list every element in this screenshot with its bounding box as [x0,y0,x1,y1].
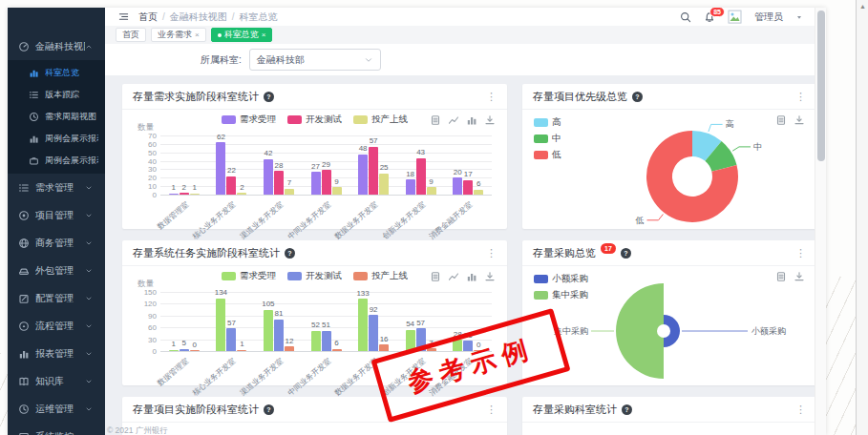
bar-投产上线-核心业务开发室 [237,350,246,351]
avatar[interactable] [728,10,742,24]
sidebar-item-需求周期视图[interactable]: 需求周期视图 [8,106,105,128]
more-menu-icon[interactable]: ⋮ [486,404,497,416]
legend-swatch [287,115,302,124]
bar-value-label: 28 [454,330,462,339]
bar-value-label: 16 [380,335,389,343]
app-scrollbar-thumb[interactable] [817,10,825,161]
bar-value-label: 1 [172,183,176,192]
legend-item-投产上线[interactable]: 投产上线 [353,270,408,282]
sidebar-item-流程管理[interactable]: 流程管理 [8,312,105,340]
tab-业务需求[interactable]: 业务需求× [151,28,206,42]
gridline [160,316,492,317]
sidebar-item-金融科技视图[interactable]: 金融科技视图 [8,32,105,60]
target-icon [18,210,30,221]
chevron-down-icon [85,350,93,358]
tab-科室总览[interactable]: 科室总览× [211,28,273,42]
department-select[interactable]: 金融科技部 [249,49,381,71]
breadcrumb: 首页/金融科技视图/科室总览 [138,10,278,24]
sidebar-item-系统监控[interactable]: 系统监控 [8,423,105,435]
sidebar-fold-icon[interactable] [118,11,129,22]
card-title: 存量采购科室统计 [533,403,617,417]
bar-开发测试-中间业务开发室 [322,331,331,351]
sidebar-item-版本跟踪[interactable]: 版本跟踪 [8,84,105,106]
card-存量需求实施阶段科室统计: 存量需求实施阶段科室统计?⋮需求受理开发测试投产上线数量010203040506… [122,84,507,229]
sidebar-item-运维管理[interactable]: 运维管理 [8,395,105,423]
breadcrumb-item[interactable]: 金融科技视图 [170,10,227,24]
background-pattern [823,277,856,435]
notification-bell[interactable]: 85 [704,11,715,23]
legend-item-开发测试[interactable]: 开发测试 [287,114,342,126]
search-icon[interactable] [680,11,691,23]
slice-label-line [732,147,751,151]
bar-投产上线-消费金融开发室 [474,190,483,195]
tab-close-icon[interactable]: × [262,31,266,39]
bar-开发测试-数据管理室 [180,349,189,351]
chevron-down-icon[interactable] [795,13,803,21]
bar-开发测试-渠道业务开发室 [274,171,284,195]
legend-item-投产上线[interactable]: 投产上线 [353,114,408,126]
bar-投产上线-数据管理室 [190,194,200,195]
bar-value-label: 25 [380,163,389,172]
sidebar-item-label: 外包管理 [35,264,85,278]
sidebar-item-需求管理[interactable]: 需求管理 [8,174,105,201]
bar-开发测试-渠道业务开发室 [274,320,284,352]
legend-label: 投产上线 [371,114,408,126]
legend-swatch [353,272,368,280]
sidebar-item-商务管理[interactable]: 商务管理 [8,229,105,257]
tab-首页[interactable]: 首页 [116,28,146,42]
tab-close-icon[interactable]: × [195,31,200,39]
bar-value-label: 1 [240,340,243,348]
bar-value-label: 7 [429,339,433,347]
legend-label: 需求受理 [240,114,276,126]
slice-label-高: 高 [726,119,734,129]
book-icon [18,376,30,387]
help-icon[interactable]: ? [264,404,274,415]
breadcrumb-item[interactable]: 首页 [138,10,158,24]
bar-chart-icon [29,68,39,78]
legend-item-开发测试[interactable]: 开发测试 [287,270,342,282]
breadcrumb-separator: / [232,11,235,22]
breadcrumb-item[interactable]: 科室总览 [240,10,278,24]
sidebar-item-科室总览[interactable]: 科室总览 [8,62,105,84]
help-icon[interactable]: ? [285,248,295,259]
filter-label: 所属科室: [201,53,242,67]
y-axis-tick: 70 [132,132,157,140]
bar-value-label: 42 [264,149,272,157]
card-header: 存量项目实施阶段科室统计?⋮ [122,397,507,423]
sidebar-item-外包管理[interactable]: 外包管理 [8,257,105,284]
sidebar-item-周例会展示报表-采购[interactable]: 周例会展示报表-采购 [8,150,105,172]
legend-item-需求受理[interactable]: 需求受理 [222,270,276,282]
username[interactable]: 管理员 [754,10,783,24]
bar-value-label: 52 [311,321,320,329]
chevron-up-icon [85,43,98,51]
chevron-down-icon [85,267,98,275]
sidebar-item-知识库[interactable]: 知识库 [8,367,105,395]
sidebar-item-label: 运维管理 [35,403,85,416]
list-icon [29,90,39,100]
bar-value-label: 1 [193,183,197,192]
bar-value-label: 28 [274,161,283,170]
help-icon[interactable]: ? [622,404,632,415]
bar-投产上线-创新业务开发室 [427,187,436,195]
bar-value-label: 7 [287,178,291,187]
help-icon[interactable]: ? [264,92,274,102]
rose-slice-集中采购[interactable] [616,283,664,379]
bar-value-label: 22 [227,166,236,175]
more-menu-icon[interactable]: ⋮ [486,91,497,103]
sidebar-item-项目管理[interactable]: 项目管理 [8,201,105,229]
browser-scrollbar[interactable]: ▲ [856,0,868,435]
sidebar-item-配置管理[interactable]: 配置管理 [8,284,105,312]
bar-value-label: 57 [227,319,236,327]
bar-投产上线-渠道业务开发室 [285,189,294,195]
legend-item-需求受理[interactable]: 需求受理 [222,114,276,126]
more-menu-icon[interactable]: ⋮ [795,404,806,416]
bar-value-label: 81 [274,309,283,318]
bar-需求受理-核心业务开发室 [216,299,225,351]
sidebar-item-label: 项目管理 [35,209,85,222]
sidebar-item-报表管理[interactable]: 报表管理 [8,340,105,367]
sidebar-item-周例会展示报表-项目[interactable]: 周例会展示报表-项目 [8,128,105,150]
bar-需求受理-消费金融开发室 [453,340,462,351]
sidebar-item-label: 配置管理 [35,292,85,305]
more-menu-icon[interactable]: ⋮ [486,247,497,259]
y-axis-tick: 0 [132,347,157,356]
